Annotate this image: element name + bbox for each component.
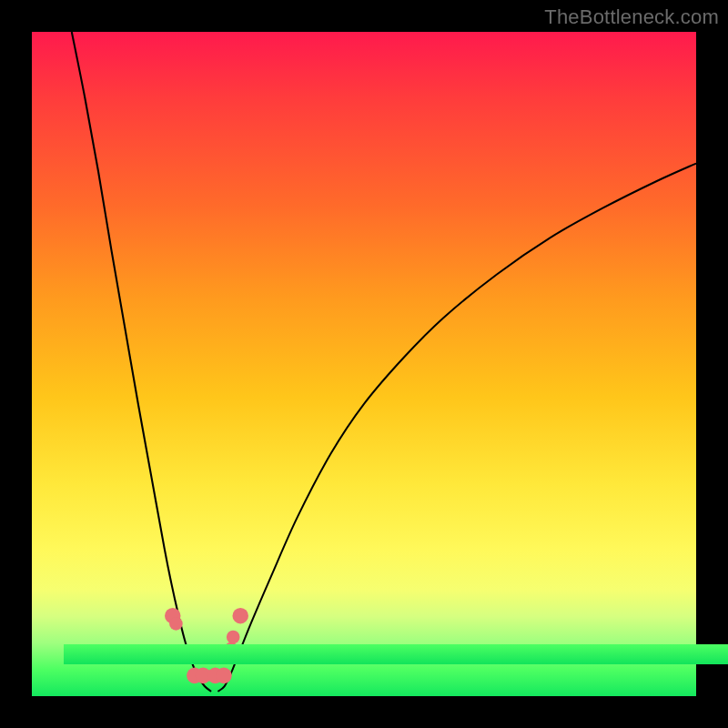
bottleneck-curve-left [72, 32, 211, 692]
marker-dot [232, 608, 248, 624]
marker-dot [216, 668, 232, 684]
marker-dot [169, 617, 183, 631]
marker-dot [227, 631, 240, 644]
watermark-text: TheBottleneck.com [544, 5, 719, 29]
curve-layer [32, 32, 696, 696]
baseline-strip [64, 644, 728, 664]
bottleneck-curve-right [217, 164, 696, 692]
plot-area [32, 32, 696, 696]
chart-frame: TheBottleneck.com [0, 0, 728, 728]
